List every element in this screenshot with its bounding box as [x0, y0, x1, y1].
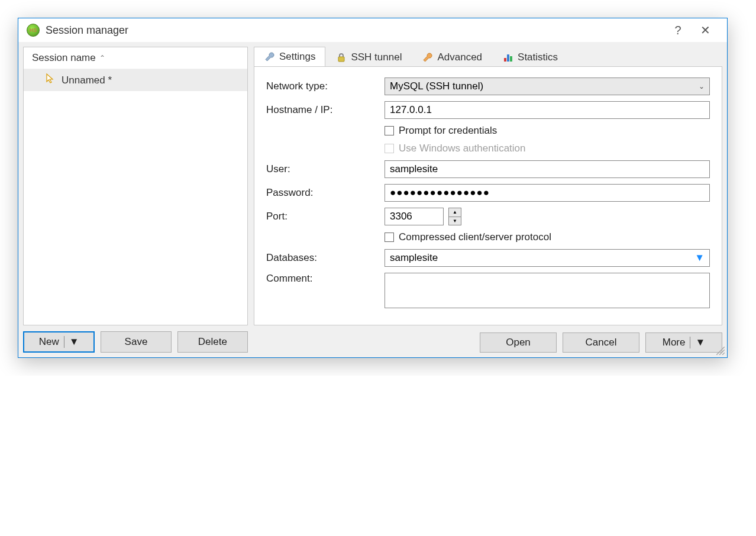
- comment-textarea[interactable]: [385, 273, 710, 308]
- cancel-button[interactable]: Cancel: [563, 332, 639, 353]
- databases-value: samplesite: [390, 252, 438, 264]
- chevron-down-icon: ⌄: [699, 82, 705, 91]
- tab-statistics[interactable]: Statistics: [492, 47, 568, 67]
- session-list: Session name ⌃ Unnamed *: [23, 47, 248, 325]
- resize-grip[interactable]: [716, 347, 725, 355]
- open-button[interactable]: Open: [480, 332, 557, 353]
- compressed-label: Compressed client/server protocol: [399, 231, 551, 243]
- svg-rect-2: [507, 54, 509, 62]
- prompt-credentials-checkbox[interactable]: Prompt for credentials: [385, 125, 710, 137]
- tab-ssh-tunnel[interactable]: SSH tunnel: [325, 47, 412, 67]
- password-input[interactable]: [385, 184, 710, 202]
- spinner-down-icon[interactable]: ▼: [449, 217, 461, 225]
- session-list-header[interactable]: Session name ⌃: [24, 47, 247, 69]
- svg-rect-1: [504, 58, 506, 62]
- databases-label: Databases:: [266, 252, 385, 264]
- compressed-checkbox[interactable]: Compressed client/server protocol: [385, 231, 710, 243]
- wrench-orange-icon: [422, 51, 434, 63]
- session-list-header-label: Session name: [32, 52, 96, 64]
- windows-auth-label: Use Windows authentication: [399, 143, 526, 154]
- session-row-label: Unnamed *: [62, 75, 112, 86]
- tab-bar: Settings SSH tunnel Advanced Statistics: [254, 47, 722, 67]
- hostname-input[interactable]: [385, 101, 710, 119]
- window-title: Session manager: [46, 24, 664, 37]
- delete-button-label: Delete: [198, 336, 227, 348]
- port-spinner[interactable]: ▲▼: [448, 208, 461, 225]
- save-button-label: Save: [125, 336, 148, 348]
- session-manager-window: HS Session manager ? ✕ Session name ⌃ Un…: [18, 18, 728, 358]
- wrench-icon: [264, 51, 276, 63]
- open-button-label: Open: [506, 337, 531, 348]
- bar-chart-icon: [502, 51, 514, 63]
- delete-button[interactable]: Delete: [177, 331, 248, 353]
- network-type-label: Network type:: [266, 80, 385, 92]
- more-button[interactable]: More ▼: [645, 332, 722, 353]
- titlebar: HS Session manager ? ✕: [18, 18, 727, 42]
- tab-advanced[interactable]: Advanced: [412, 47, 492, 67]
- svg-rect-3: [510, 56, 512, 62]
- checkbox-disabled-icon: [385, 144, 394, 153]
- tab-statistics-label: Statistics: [518, 51, 558, 63]
- prompt-credentials-label: Prompt for credentials: [399, 125, 497, 137]
- new-dropdown-icon[interactable]: ▼: [64, 336, 79, 348]
- tab-advanced-label: Advanced: [437, 51, 482, 63]
- windows-auth-checkbox: Use Windows authentication: [385, 143, 710, 154]
- session-cursor-icon: [45, 73, 57, 88]
- port-label: Port:: [266, 211, 385, 222]
- checkbox-icon: [385, 126, 394, 135]
- close-button[interactable]: ✕: [692, 23, 719, 37]
- user-label: User:: [266, 163, 385, 175]
- dropdown-triangle-icon: ▼: [694, 252, 705, 264]
- save-button[interactable]: Save: [101, 331, 171, 353]
- svg-rect-0: [338, 57, 344, 62]
- session-row[interactable]: Unnamed *: [24, 69, 247, 91]
- more-button-label: More: [663, 337, 686, 348]
- sort-asc-icon: ⌃: [99, 54, 105, 62]
- new-button-label: New: [39, 336, 59, 348]
- hostname-label: Hostname / IP:: [266, 104, 385, 116]
- help-button[interactable]: ?: [664, 24, 692, 37]
- tab-settings-label: Settings: [279, 51, 315, 63]
- network-type-select[interactable]: MySQL (SSH tunnel) ⌄: [385, 78, 710, 95]
- app-icon: HS: [27, 24, 40, 37]
- checkbox-icon: [385, 233, 394, 242]
- password-label: Password:: [266, 187, 385, 199]
- port-input[interactable]: [385, 208, 444, 225]
- cancel-button-label: Cancel: [586, 337, 617, 348]
- settings-panel: Network type: MySQL (SSH tunnel) ⌄ Hostn…: [254, 66, 722, 325]
- tab-ssh-label: SSH tunnel: [351, 51, 402, 63]
- more-dropdown-icon[interactable]: ▼: [690, 337, 705, 348]
- user-input[interactable]: [385, 160, 710, 178]
- comment-label: Comment:: [266, 273, 385, 285]
- databases-select[interactable]: samplesite ▼: [385, 249, 710, 267]
- lock-icon: [335, 51, 347, 63]
- spinner-up-icon[interactable]: ▲: [449, 208, 461, 217]
- tab-settings[interactable]: Settings: [254, 47, 325, 67]
- network-type-value: MySQL (SSH tunnel): [390, 80, 483, 92]
- new-button[interactable]: New ▼: [23, 331, 95, 353]
